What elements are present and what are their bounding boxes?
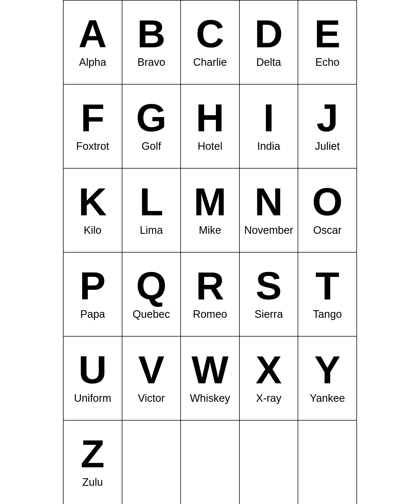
cell-d: DDelta <box>240 1 298 85</box>
cell-f: FFoxtrot <box>64 85 122 169</box>
cell-h: HHotel <box>181 85 240 169</box>
cell-n: NNovember <box>240 169 298 253</box>
word-november: November <box>244 224 293 236</box>
word-romeo: Romeo <box>193 308 227 320</box>
letter-x: X <box>256 350 282 389</box>
cell-empty-1 <box>181 421 240 504</box>
cell-e: EEcho <box>298 1 357 85</box>
word-charlie: Charlie <box>193 56 227 68</box>
word-alpha: Alpha <box>79 56 106 68</box>
word-papa: Papa <box>80 308 105 320</box>
word-oscar: Oscar <box>313 224 342 236</box>
letter-z: Z <box>81 434 105 473</box>
cell-g: GGolf <box>122 85 181 169</box>
cell-empty-2 <box>240 421 298 504</box>
letter-g: G <box>136 98 167 137</box>
letter-v: V <box>138 350 164 389</box>
cell-r: RRomeo <box>181 253 240 337</box>
cell-p: PPapa <box>64 253 122 337</box>
word-bravo: Bravo <box>137 56 165 68</box>
word-whiskey: Whiskey <box>190 392 230 404</box>
letter-r: R <box>196 266 224 305</box>
letter-e: E <box>314 14 340 53</box>
cell-u: UUniform <box>64 337 122 421</box>
letter-c: C <box>196 14 224 53</box>
cell-t: TTango <box>298 253 357 337</box>
cell-c: CCharlie <box>181 1 240 85</box>
word-sierra: Sierra <box>255 308 283 320</box>
cell-i: IIndia <box>240 85 298 169</box>
word-hotel: Hotel <box>198 140 223 152</box>
cell-s: SSierra <box>240 253 298 337</box>
letter-m: M <box>194 182 227 221</box>
word-mike: Mike <box>199 224 221 236</box>
cell-w: WWhiskey <box>181 337 240 421</box>
letter-w: W <box>192 350 228 389</box>
word-echo: Echo <box>315 56 340 68</box>
word-kilo: Kilo <box>84 224 101 236</box>
word-golf: Golf <box>142 140 161 152</box>
cell-x: XX-ray <box>240 337 298 421</box>
letter-a: A <box>78 14 107 53</box>
cell-v: VVictor <box>122 337 181 421</box>
letter-b: B <box>137 14 165 53</box>
word-quebec: Quebec <box>133 308 170 320</box>
letter-d: D <box>255 14 283 53</box>
cell-y: YYankee <box>298 337 357 421</box>
letter-h: H <box>196 98 224 137</box>
word-yankee: Yankee <box>310 392 345 404</box>
word-uniform: Uniform <box>74 392 111 404</box>
alphabet-grid: AAlphaBBravoCCharlieDDeltaEEchoFFoxtrotG… <box>63 0 357 504</box>
cell-b: BBravo <box>122 1 181 85</box>
letter-n: N <box>255 182 283 221</box>
cell-o: OOscar <box>298 169 357 253</box>
word-zulu: Zulu <box>82 476 103 488</box>
word-tango: Tango <box>313 308 342 320</box>
word-india: India <box>257 140 280 152</box>
cell-m: MMike <box>181 169 240 253</box>
letter-t: T <box>315 266 339 305</box>
letter-q: Q <box>136 266 167 305</box>
word-juliet: Juliet <box>315 140 340 152</box>
letter-j: J <box>316 98 338 137</box>
letter-p: P <box>80 266 106 305</box>
letter-y: Y <box>314 350 340 389</box>
word-x-ray: X-ray <box>256 392 281 404</box>
cell-q: QQuebec <box>122 253 181 337</box>
letter-u: U <box>78 350 107 389</box>
cell-k: KKilo <box>64 169 122 253</box>
letter-k: K <box>78 182 107 221</box>
letter-f: F <box>81 98 105 137</box>
word-delta: Delta <box>256 56 281 68</box>
cell-a: AAlpha <box>64 1 122 85</box>
cell-empty-0 <box>122 421 181 504</box>
cell-empty-3 <box>298 421 357 504</box>
letter-i: I <box>263 98 274 137</box>
letter-s: S <box>256 266 282 305</box>
word-victor: Victor <box>138 392 165 404</box>
word-lima: Lima <box>140 224 163 236</box>
letter-o: O <box>312 182 343 221</box>
cell-z: ZZulu <box>64 421 122 504</box>
word-foxtrot: Foxtrot <box>76 140 109 152</box>
cell-l: LLima <box>122 169 181 253</box>
cell-j: JJuliet <box>298 85 357 169</box>
letter-l: L <box>139 182 164 221</box>
